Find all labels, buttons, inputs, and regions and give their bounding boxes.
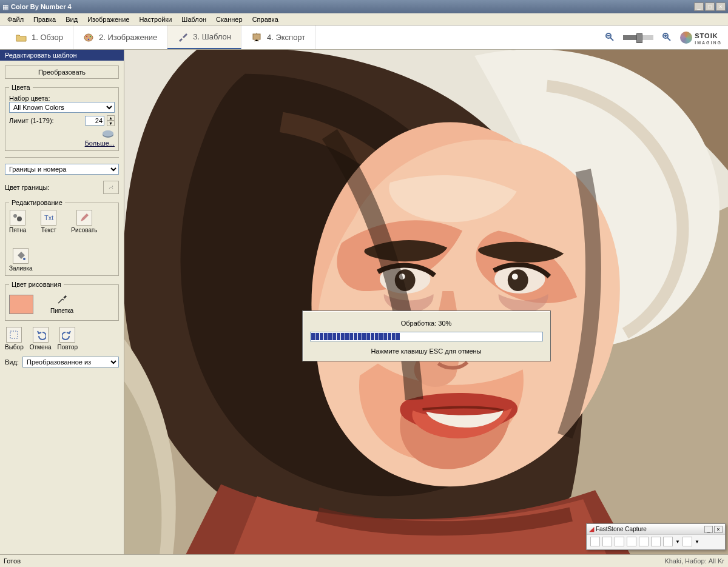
- limit-label: Лимит (1-179):: [9, 117, 83, 124]
- tab-template[interactable]: 3. Шаблон: [167, 25, 241, 49]
- palette-icon: [83, 32, 94, 43]
- limit-up-button[interactable]: ▲: [107, 115, 115, 121]
- tab-label: 4. Экспорт: [267, 33, 305, 42]
- colorset-label: Набор цвета:: [9, 95, 115, 102]
- status-right: Khaki, Набор: All Kr: [664, 557, 724, 565]
- menu-image[interactable]: Изображение: [83, 15, 134, 24]
- tool-text[interactable]: Txt Текст: [41, 210, 56, 233]
- faststone-minimize-button[interactable]: _: [704, 526, 713, 533]
- editing-legend: Редактирование: [9, 199, 65, 206]
- progress-hint: Нажмите клавишу ESC для отмены: [310, 347, 543, 355]
- redo-icon: [59, 327, 75, 343]
- svg-point-27: [512, 273, 518, 280]
- posterized-portrait: [124, 50, 728, 554]
- draw-color-legend: Цвет рисования: [9, 281, 64, 288]
- tool-spots[interactable]: Пятна: [9, 210, 26, 233]
- svg-point-18: [23, 258, 25, 260]
- svg-rect-4: [253, 34, 260, 39]
- status-left: Готов: [4, 557, 664, 565]
- eyedropper-icon: [56, 294, 67, 306]
- tab-overview[interactable]: 1. Обзор: [6, 25, 73, 49]
- menu-help[interactable]: Справка: [248, 15, 283, 24]
- pencil-icon: [76, 210, 92, 226]
- svg-point-1: [86, 35, 87, 36]
- status-bar: Готов Khaki, Набор: All Kr: [0, 554, 728, 567]
- svg-point-2: [90, 35, 91, 36]
- progress-title: Обработка: 30%: [310, 320, 543, 327]
- brand-name: STOIK: [695, 32, 718, 39]
- svg-point-26: [508, 269, 528, 291]
- tool-fill[interactable]: Заливка: [9, 248, 33, 272]
- menu-template[interactable]: Шаблон: [177, 15, 211, 24]
- draw-color-fieldset: Цвет рисования Пипетка: [5, 281, 119, 321]
- select-icon: [6, 327, 22, 343]
- tool-pipette[interactable]: Пипетка: [50, 294, 73, 314]
- zoom-in-icon[interactable]: [662, 32, 672, 43]
- progress-bar: [310, 332, 543, 341]
- window-close-button[interactable]: ×: [716, 2, 726, 11]
- panel-title: Редактировать шаблон: [0, 50, 124, 61]
- capture-screen-icon[interactable]: [590, 537, 600, 546]
- dropdown-icon[interactable]: ▼: [675, 539, 680, 545]
- capture-fixed-icon[interactable]: [663, 537, 673, 546]
- tool-label: Повтор: [58, 344, 78, 351]
- svg-line-9: [667, 38, 670, 41]
- borders-select[interactable]: Границы и номера: [5, 164, 119, 175]
- tool-select[interactable]: Выбор: [5, 327, 24, 351]
- faststone-titlebar[interactable]: ◢ FastStone Capture _ ×: [587, 524, 725, 535]
- capture-scroll-icon[interactable]: [651, 537, 661, 546]
- draw-color-swatch[interactable]: [9, 295, 33, 314]
- tool-label: Пятна: [9, 227, 26, 233]
- brush-icon: [177, 32, 188, 42]
- capture-rect-icon[interactable]: [615, 537, 624, 546]
- menu-edit[interactable]: Правка: [29, 15, 61, 24]
- tool-label: Выбор: [5, 344, 24, 351]
- capture-fullscreen-icon[interactable]: [639, 537, 649, 546]
- limit-input[interactable]: [85, 116, 104, 126]
- tool-draw[interactable]: Рисовать: [71, 210, 97, 233]
- view-label: Вид:: [5, 358, 19, 366]
- tab-image[interactable]: 2. Изображение: [73, 25, 167, 49]
- limit-down-button[interactable]: ▼: [107, 121, 115, 126]
- tool-redo[interactable]: Повтор: [58, 327, 78, 351]
- faststone-close-button[interactable]: ×: [714, 526, 723, 533]
- colorset-select[interactable]: All Known Colors: [9, 102, 115, 113]
- tab-label: 2. Изображение: [99, 33, 157, 42]
- zoom-slider[interactable]: [623, 35, 653, 40]
- capture-freehand-icon[interactable]: [627, 537, 636, 546]
- canvas[interactable]: Обработка: 30% Нажмите клавишу ESC для о…: [124, 50, 728, 554]
- settings-icon[interactable]: [682, 537, 692, 546]
- faststone-toolbar: ▼ ▼: [587, 535, 725, 548]
- tool-label: Рисовать: [71, 227, 97, 233]
- zoom-out-icon[interactable]: [605, 32, 615, 43]
- faststone-title: FastStone Capture: [596, 526, 703, 532]
- tab-label: 1. Обзор: [32, 33, 63, 42]
- svg-point-16: [17, 216, 22, 221]
- menu-scanner[interactable]: Сканнер: [211, 15, 248, 24]
- tool-label: Отмена: [30, 344, 52, 351]
- menu-file[interactable]: Файл: [2, 15, 29, 24]
- svg-text:Txt: Txt: [44, 214, 53, 221]
- capture-window-icon[interactable]: [602, 537, 612, 546]
- faststone-window[interactable]: ◢ FastStone Capture _ × ▼ ▼: [586, 523, 726, 550]
- sidebar: Редактировать шаблон Преобразовать Цвета…: [0, 50, 124, 554]
- convert-button[interactable]: Преобразовать: [5, 65, 119, 79]
- spots-icon: [10, 210, 25, 226]
- brand-sub: IMAGING: [695, 41, 722, 45]
- tool-label: Текст: [41, 227, 56, 233]
- progress-dialog: Обработка: 30% Нажмите клавишу ESC для о…: [302, 310, 551, 361]
- tool-undo[interactable]: Отмена: [30, 327, 52, 351]
- menu-bar: Файл Правка Вид Изображение Настройки Ша…: [0, 13, 728, 25]
- tab-export[interactable]: 4. Экспорт: [241, 25, 315, 49]
- dropdown-icon[interactable]: ▼: [695, 539, 699, 545]
- bucket-icon: [13, 248, 29, 264]
- brand-logo: STOIKIMAGING: [680, 30, 722, 45]
- window-maximize-button[interactable]: □: [705, 2, 715, 11]
- view-select[interactable]: Преобразованное из: [22, 357, 119, 367]
- more-link[interactable]: Больше...: [85, 139, 115, 147]
- menu-settings[interactable]: Настройки: [134, 15, 177, 24]
- undo-icon: [33, 327, 49, 343]
- menu-view[interactable]: Вид: [61, 15, 83, 24]
- window-minimize-button[interactable]: _: [694, 2, 704, 11]
- border-color-button[interactable]: [103, 181, 119, 194]
